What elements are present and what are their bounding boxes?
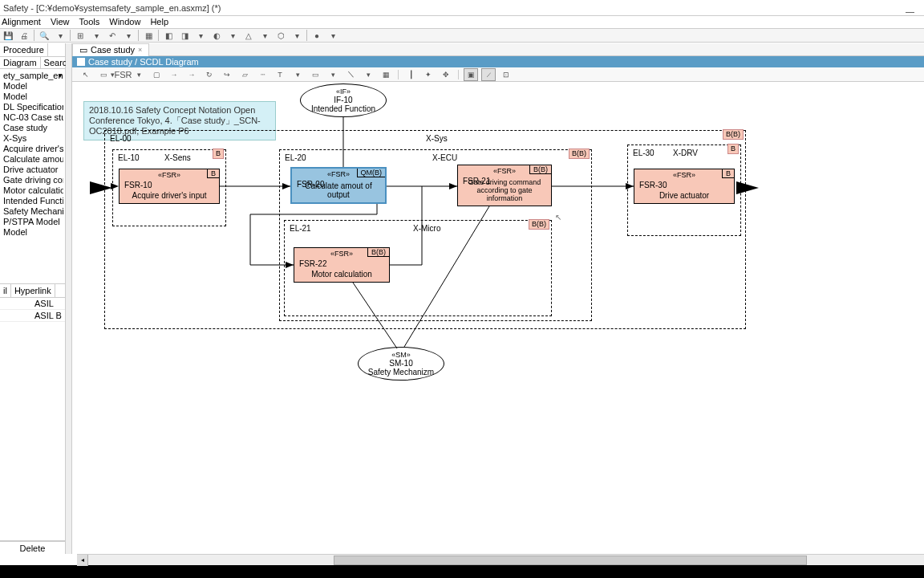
tree-item[interactable]: Motor calculation [2,185,63,196]
tree-item[interactable]: Safety Mechanizm [2,206,63,217]
props-tab-1[interactable]: il [0,284,11,297]
collapse-icon[interactable]: ◂ [77,555,88,566]
note-icon[interactable]: ▱ [237,68,252,81]
fsr-20-box[interactable]: «FSR» QM(B) FSR-20 Calculate amout of ou… [290,167,387,204]
prop-value[interactable]: ASIL [32,298,65,309]
prop-value[interactable]: ASIL B [32,310,65,321]
tree-item[interactable]: Model [2,81,63,92]
zoom-icon[interactable]: 🔍 [38,29,51,42]
move-icon[interactable]: ✥ [439,68,453,81]
line-tool-icon[interactable]: ＼ [343,68,358,81]
menu-help[interactable]: Help [150,16,168,28]
fsr-10-box[interactable]: «FSR» B FSR-10 Acquire driver's input [119,169,220,204]
tree-item[interactable]: Model [2,92,63,102]
save-icon[interactable]: 💾 [2,29,14,42]
sidebar: Procedure Diagram Search ▼ ety_sample_en… [0,43,66,554]
tree-item[interactable]: ety_sample_en [2,71,63,81]
menu-bar: Alignment View Tools Window Help [0,16,924,28]
close-tab-icon[interactable]: × [138,46,142,54]
dash-line-icon[interactable]: ┄ [255,68,270,81]
tree-item[interactable]: Intended Function [2,196,63,206]
arrow-right-icon[interactable]: → [167,68,181,81]
cursor-icon: ↖ [555,213,561,222]
tool-d-icon[interactable]: ◐ [210,29,223,42]
minimize-button[interactable]: — [906,3,914,19]
select-tool-icon[interactable]: ▭ [96,68,111,81]
tool-a-icon[interactable]: ◧ [162,29,175,42]
rect-tool-icon[interactable]: ▭ [308,68,322,81]
fsr-22-box[interactable]: «FSR» B(B) FSR-22 Motor calculation [294,247,390,283]
doc-tab-case-study[interactable]: ▭ Case study × [72,43,149,56]
model-tree[interactable]: ▼ ety_sample_en Model Model DL Specifica… [0,69,65,284]
mode-c-icon[interactable]: ⊡ [499,68,513,81]
tree-item[interactable]: Drive actuator [2,165,63,175]
diagram-canvas[interactable]: 2018.10.16 Safety Concept Notation Open … [72,82,924,554]
fsr-30-box[interactable]: «FSR» B FSR-30 Drive actuator [634,169,735,204]
tool-e-icon[interactable]: ▾ [226,29,239,42]
text-tool-icon[interactable]: T [273,68,287,81]
horizontal-scrollbar[interactable]: ◂ [77,554,924,565]
splitter-handle[interactable] [66,43,72,554]
align-icon[interactable]: ▦ [142,29,155,42]
menu-alignment[interactable]: Alignment [2,16,41,28]
vbar-icon[interactable]: ┃ [403,68,418,81]
tree-item[interactable]: NC-03 Case study [2,112,63,123]
tree-item[interactable]: Calculate amout of o [2,154,63,165]
fsr-tool[interactable]: ▾FSR [114,68,128,81]
input-arrow-icon [90,181,112,194]
tree-item[interactable]: Case study [2,123,63,133]
drop4-icon[interactable]: ▾ [361,68,375,81]
badge: B [207,169,219,178]
tab-diagram[interactable]: Diagram [0,57,41,68]
arrow-right2-icon[interactable]: → [184,68,199,81]
plus-icon[interactable]: ✦ [421,68,436,81]
tree-item[interactable]: Gate driving comman [2,175,63,185]
props-tab-hyperlink[interactable]: Hyperlink [11,284,55,297]
tool-b-icon[interactable]: ◨ [178,29,191,42]
tree-dropdown-icon[interactable]: ▼ [57,71,63,81]
mode-b-icon[interactable]: ⟋ [481,68,496,81]
if-node[interactable]: «IF» IF-10 Intended Function [300,83,387,117]
badge: B(B) [529,219,549,230]
fsr-21-box[interactable]: «FSR» B(B) FSR-21 Gate driving command a… [457,165,552,206]
drop2-icon[interactable]: ▾ [290,68,305,81]
tree-item[interactable]: X-Sys [2,133,63,144]
tree-item[interactable]: P/STPA Model [2,217,63,227]
dropdown-icon[interactable]: ▾ [90,29,103,42]
menu-tools[interactable]: Tools [79,16,100,28]
mode-a-icon[interactable]: ▣ [464,68,478,81]
tool-i-icon[interactable]: ▾ [290,29,303,42]
tree-item[interactable]: DL Specification [2,102,63,112]
refresh-icon[interactable]: ↻ [202,68,217,81]
drop3-icon[interactable]: ▾ [326,68,340,81]
box-tool-icon[interactable]: ▢ [149,68,164,81]
zoom-dropdown-icon[interactable]: ▾ [54,29,67,42]
scroll-thumb[interactable] [334,556,807,565]
diagram-toolbar: ↖ ▭ ▾FSR ▾ ▢ → → ↻ ↪ ▱ ┄ T ▾ ▭ ▾ ＼ ▾ ▦ ┃ [72,67,924,82]
image-tool-icon[interactable]: ▦ [379,68,393,81]
tree-item[interactable]: Acquire driver's input [2,144,63,154]
tool-g-icon[interactable]: ▾ [258,29,271,42]
menu-window[interactable]: Window [109,16,140,28]
tool-j-icon[interactable]: ▾ [326,29,339,42]
breadcrumb-icon [77,58,85,66]
tool-dot-icon[interactable]: ● [310,29,323,42]
tool-h-icon[interactable]: ⬡ [274,29,287,42]
delete-button[interactable]: Delete [20,543,46,553]
menu-view[interactable]: View [51,16,70,28]
tree-item[interactable]: Model [2,227,63,238]
redo-icon[interactable]: ▾ [122,29,135,42]
redo2-icon[interactable]: ↪ [220,68,234,81]
tool-c-icon[interactable]: ▾ [194,29,207,42]
drop-icon[interactable]: ▾ [132,68,146,81]
pointer-tool-icon[interactable]: ↖ [79,68,93,81]
tool-f-icon[interactable]: △ [242,29,255,42]
sm-node[interactable]: «SM» SM-10 Safety Mechanizm [358,347,444,381]
grid-icon[interactable]: ⊞ [74,29,87,42]
breadcrumb-bar: Case study / SCDL Diagram [72,56,924,67]
undo-icon[interactable]: ↶ [106,29,119,42]
tab-procedure[interactable]: Procedure [0,43,48,56]
print-icon[interactable]: 🖨 [18,29,30,42]
properties-grid[interactable]: ASIL ASIL B [0,298,65,540]
badge: B(B) [723,129,744,140]
